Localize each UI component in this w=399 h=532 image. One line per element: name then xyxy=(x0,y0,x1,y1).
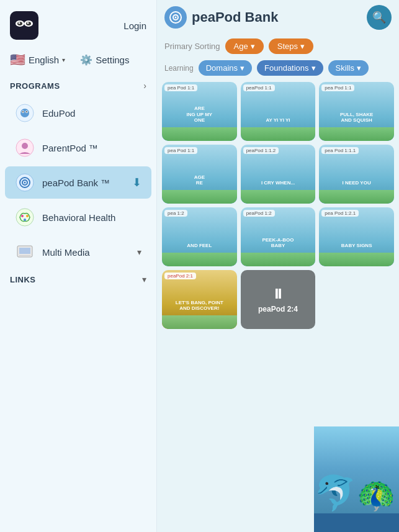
card-title: PULL, SHAKEAND SQUISH xyxy=(323,112,390,124)
lang-settings-row: 🇺🇸 English ▾ ⚙️ Settings xyxy=(0,48,156,76)
links-label: LINKS xyxy=(10,275,36,284)
links-expand-icon: ▾ xyxy=(142,274,146,284)
app-logo xyxy=(10,11,38,40)
table-row[interactable]: pea 1:2 AND FEEL xyxy=(162,207,237,266)
sidebar-header: Login xyxy=(0,0,156,48)
svg-point-6 xyxy=(27,22,29,24)
sidebar-item-edupod[interactable]: EduPod xyxy=(5,97,151,129)
page-title: peaPod Bank xyxy=(192,9,362,25)
svg-point-19 xyxy=(16,209,34,226)
filter-skills-button[interactable]: Skills ▾ xyxy=(328,60,369,76)
special-cards-row: peaPod 2:1 LET'S BANG, POINTAND DISCOVER… xyxy=(157,270,399,331)
filter-domains-button[interactable]: Domains ▾ xyxy=(199,60,252,76)
placeholder-card[interactable]: ⏸ peaPod 2:4 xyxy=(241,270,316,329)
bird-creature: 🦚 xyxy=(357,477,395,513)
card-title: AREING UP MYONE xyxy=(166,106,233,124)
table-row[interactable]: pea Pod 1:1.1 I NEED YOU xyxy=(319,145,394,204)
svg-point-11 xyxy=(22,111,24,112)
table-row[interactable]: pea Pod 1:1 PULL, SHAKEAND SQUISH xyxy=(319,82,394,141)
table-row[interactable]: peaPod 2:1 LET'S BANG, POINTAND DISCOVER… xyxy=(162,270,237,329)
sorting-bar: Primary Sorting Age ▾ Steps ▾ xyxy=(157,35,399,58)
svg-point-8 xyxy=(20,109,29,117)
behavioral-icon xyxy=(15,207,35,227)
settings-button[interactable]: ⚙️ Settings xyxy=(80,54,129,66)
card-tag: peaPod 1:1.2 xyxy=(243,147,279,154)
card-tag: pea Pod 1:1 xyxy=(321,84,354,91)
table-row[interactable]: pea Pod 1:1 AGERE xyxy=(162,145,237,204)
age-label: Age xyxy=(234,42,248,51)
card-tag: pea Pod 1:1 xyxy=(164,147,197,154)
learning-bar: Learning Domains ▾ Foundations ▾ Skills … xyxy=(157,58,399,78)
table-row[interactable]: pea Pod 1:2.1 BABY SIGNS xyxy=(319,207,394,266)
card-title: AGERE xyxy=(166,174,233,186)
sort-age-button[interactable]: Age ▾ xyxy=(225,38,264,54)
ocean-bottom-decoration: 🐬 🦚 🪼 ⭐ 🐬 xyxy=(314,426,399,532)
peapod-label: peaPod Bank ™ xyxy=(42,178,125,188)
peapod-icon xyxy=(15,173,35,192)
search-button[interactable]: 🔍 xyxy=(367,5,392,30)
svg-rect-0 xyxy=(10,11,38,40)
foundations-label: Foundations xyxy=(264,63,309,73)
table-row[interactable]: peaPod 1:1.2 I CRY WHEN... xyxy=(241,145,316,204)
language-dropdown-arrow: ▾ xyxy=(62,56,65,63)
empty-slot xyxy=(319,270,394,329)
sort-steps-button[interactable]: Steps ▾ xyxy=(269,38,313,54)
sidebar: Login 🇺🇸 English ▾ ⚙️ Settings PROGRAMS … xyxy=(0,0,157,532)
search-icon: 🔍 xyxy=(372,11,386,24)
table-row[interactable]: peaPod 1:1 AY YI YI YI xyxy=(241,82,316,141)
cards-grid: pea Pod 1:1 AREING UP MYONE peaPod 1:1 A… xyxy=(157,78,399,270)
language-selector[interactable]: 🇺🇸 English ▾ xyxy=(10,52,65,67)
svg-point-20 xyxy=(21,215,24,217)
filter-foundations-button[interactable]: Foundations ▾ xyxy=(257,60,323,76)
language-name: English xyxy=(29,55,59,65)
links-section-header[interactable]: LINKS ▾ xyxy=(0,269,156,289)
logo-icon xyxy=(10,11,38,40)
svg-point-12 xyxy=(26,111,27,112)
flag-icon: 🇺🇸 xyxy=(10,52,25,67)
behavioral-label: Behavioral Health xyxy=(42,212,141,223)
edupod-icon xyxy=(15,103,35,123)
gear-icon: ⚙️ xyxy=(80,54,92,66)
peapod-logo-circle xyxy=(164,6,187,29)
programs-expand-icon: › xyxy=(143,81,146,91)
svg-rect-24 xyxy=(19,248,30,254)
multimedia-expand-icon: ▾ xyxy=(137,247,141,257)
parentpod-icon xyxy=(15,138,35,158)
sea-floor xyxy=(314,513,399,532)
sidebar-item-parentpod[interactable]: ParentPod ™ xyxy=(5,132,151,164)
login-button[interactable]: Login xyxy=(123,20,146,31)
sidebar-item-multimedia[interactable]: Multi Media ▾ xyxy=(5,236,151,268)
card-title: I NEED YOU xyxy=(323,180,390,186)
main-content: peaPod Bank 🔍 Primary Sorting Age ▾ Step… xyxy=(157,0,399,532)
jellyfish-creature: 🪼 xyxy=(395,480,399,513)
card-tag: peaPod 2:1 xyxy=(164,273,196,279)
card-tag: pea Pod 1:1.1 xyxy=(321,147,359,154)
card-tag: pea Pod 1:2.1 xyxy=(321,210,359,217)
multimedia-label: Multi Media xyxy=(42,247,130,258)
card-title: AY YI YI YI xyxy=(244,117,312,124)
edupod-label: EduPod xyxy=(42,108,141,119)
card-title: I CRY WHEN... xyxy=(244,180,312,186)
card-title: BABY SIGNS xyxy=(323,243,390,249)
svg-point-14 xyxy=(22,143,28,149)
card-title: LET'S BANG, POINTAND DISCOVER! xyxy=(166,300,233,312)
card-tag: peaPod 1:1 xyxy=(243,84,275,91)
skills-label: Skills xyxy=(336,63,354,73)
svg-point-22 xyxy=(24,219,26,221)
card-tag: peaPod 1:2 xyxy=(243,210,275,217)
dolphin-creature: 🐬 xyxy=(314,473,357,513)
programs-section-header[interactable]: PROGRAMS › xyxy=(0,76,156,96)
domains-label: Domains xyxy=(206,63,238,73)
sidebar-item-behavioral[interactable]: Behavioral Health xyxy=(5,201,151,233)
card-title: PEEK-A-BOOBABY xyxy=(244,237,312,249)
table-row[interactable]: peaPod 1:2 PEEK-A-BOOBABY xyxy=(241,207,316,266)
learning-label: Learning xyxy=(164,64,194,73)
domains-dropdown-icon: ▾ xyxy=(240,63,244,73)
svg-point-18 xyxy=(24,182,26,184)
top-bar: peaPod Bank 🔍 xyxy=(157,0,399,35)
age-dropdown-icon: ▾ xyxy=(251,42,255,51)
pause-icon: ⏸ xyxy=(271,286,285,302)
table-row[interactable]: pea Pod 1:1 AREING UP MYONE xyxy=(162,82,237,141)
steps-label: Steps xyxy=(277,42,298,51)
sidebar-item-peapod[interactable]: peaPod Bank ™ ⬇ xyxy=(5,166,151,199)
